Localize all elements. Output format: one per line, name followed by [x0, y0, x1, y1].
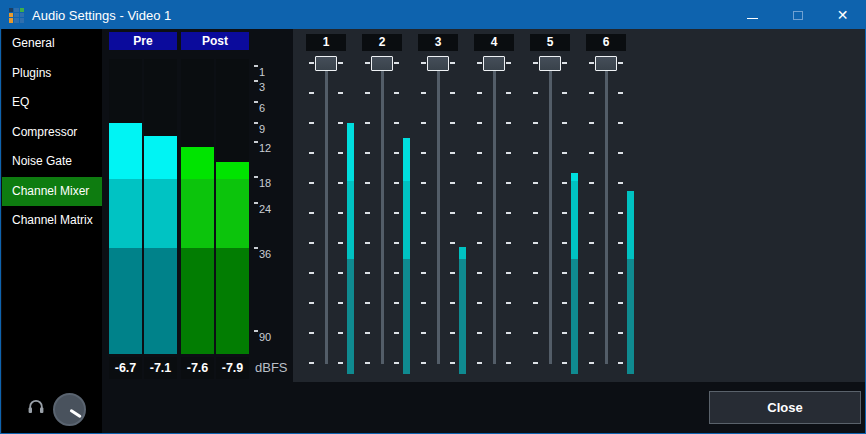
channel-1-fader-track[interactable]: [325, 59, 328, 364]
fader-tick-left: [533, 152, 538, 154]
channel-6-header: 6: [586, 34, 626, 51]
channel-5-fader-track[interactable]: [549, 59, 552, 364]
channel-2-level-meter-segment-1: [403, 181, 410, 259]
sidebar-item-channel-mixer[interactable]: Channel Mixer: [2, 177, 102, 207]
fader-tick-right: [338, 362, 343, 364]
fader-tick-left: [477, 362, 482, 364]
sidebar-item-plugins[interactable]: Plugins: [2, 59, 102, 89]
minimize-button[interactable]: [730, 1, 775, 29]
fader-tick-left: [533, 272, 538, 274]
scale-tick-mark-90: [254, 330, 258, 332]
fader-tick-left: [477, 152, 482, 154]
pre-meter-bar-0-segment-0: [109, 123, 142, 179]
fader-tick-left: [589, 362, 594, 364]
fader-tick-right: [618, 242, 623, 244]
meter-value-3: -7.9: [216, 357, 249, 379]
channel-2-level-meter-segment-0: [403, 138, 410, 181]
fader-tick-left: [365, 242, 370, 244]
fader-tick-right: [450, 62, 455, 64]
post-meter-header: Post: [181, 32, 249, 50]
fader-tick-left: [533, 302, 538, 304]
post-meter-bar-3-segment-2: [216, 248, 249, 354]
fader-tick-right: [562, 302, 567, 304]
scale-tick-label-36: 36: [259, 247, 281, 261]
post-meter-bar-3-segment-0: [216, 162, 249, 179]
sidebar-item-noise-gate[interactable]: Noise Gate: [2, 147, 102, 177]
fader-tick-right: [338, 332, 343, 334]
sidebar-item-compressor[interactable]: Compressor: [2, 118, 102, 148]
fader-tick-right: [394, 152, 399, 154]
fader-tick-left: [309, 62, 314, 64]
fader-tick-right: [618, 182, 623, 184]
scale-tick-mark-6: [254, 101, 258, 103]
sidebar-item-eq[interactable]: EQ: [2, 88, 102, 118]
fader-tick-right: [450, 182, 455, 184]
fader-tick-left: [589, 92, 594, 94]
pre-meter-bar-1-segment-1: [144, 179, 177, 248]
fader-tick-left: [477, 332, 482, 334]
sidebar-item-general[interactable]: General: [2, 29, 102, 59]
fader-tick-right: [506, 212, 511, 214]
app-logo-icon: [9, 8, 24, 23]
fader-tick-right: [450, 122, 455, 124]
fader-tick-right: [618, 122, 623, 124]
channel-3-fader-track[interactable]: [437, 59, 440, 364]
channel-4-fader-track[interactable]: [493, 59, 496, 364]
scale-tick-mark-1: [254, 65, 258, 67]
logo-square-1: [14, 8, 18, 12]
channel-1-fader-handle[interactable]: [315, 56, 337, 71]
fader-tick-right: [562, 212, 567, 214]
fader-tick-left: [421, 332, 426, 334]
fader-tick-right: [506, 92, 511, 94]
fader-tick-left: [533, 212, 538, 214]
headphones-icon[interactable]: [27, 398, 45, 415]
fader-tick-left: [365, 62, 370, 64]
scale-tick-mark-12: [254, 141, 258, 143]
post-meter-bar-2-segment-2: [181, 248, 214, 354]
fader-tick-left: [365, 272, 370, 274]
fader-tick-right: [338, 62, 343, 64]
audio-settings-window: Audio Settings - Video 1 ✕ GeneralPlugin…: [0, 0, 866, 434]
titlebar[interactable]: Audio Settings - Video 1 ✕: [1, 1, 865, 29]
fader-tick-left: [477, 122, 482, 124]
logo-square-0: [9, 8, 13, 12]
fader-tick-right: [394, 362, 399, 364]
channel-5-level-meter-segment-0: [571, 173, 578, 181]
channel-3-fader-handle[interactable]: [427, 56, 449, 71]
scale-tick-label-9: 9: [259, 122, 281, 136]
fader-tick-right: [506, 152, 511, 154]
fader-tick-left: [533, 62, 538, 64]
close-window-button[interactable]: ✕: [820, 1, 865, 29]
fader-tick-right: [618, 332, 623, 334]
headphone-volume-knob[interactable]: [53, 393, 86, 426]
fader-tick-right: [618, 92, 623, 94]
channel-5-fader-handle[interactable]: [539, 56, 561, 71]
fader-tick-left: [365, 332, 370, 334]
fader-tick-right: [394, 272, 399, 274]
fader-tick-right: [618, 212, 623, 214]
fader-tick-right: [450, 272, 455, 274]
fader-tick-right: [450, 242, 455, 244]
channel-2-fader-handle[interactable]: [371, 56, 393, 71]
close-button[interactable]: Close: [709, 391, 861, 424]
fader-tick-right: [338, 152, 343, 154]
fader-tick-left: [589, 272, 594, 274]
channel-6-fader-track[interactable]: [605, 59, 608, 364]
channel-6-fader-handle[interactable]: [595, 56, 617, 71]
fader-tick-left: [309, 362, 314, 364]
sidebar-item-channel-matrix[interactable]: Channel Matrix: [2, 206, 102, 236]
fader-tick-left: [309, 332, 314, 334]
fader-tick-left: [589, 242, 594, 244]
channel-2-header: 2: [362, 34, 402, 51]
channel-4-fader-handle[interactable]: [483, 56, 505, 71]
fader-tick-right: [338, 182, 343, 184]
channel-6-level-meter-segment-1: [627, 191, 634, 259]
fader-tick-right: [506, 362, 511, 364]
scale-tick-label-6: 6: [259, 101, 281, 115]
fader-tick-left: [421, 152, 426, 154]
fader-tick-right: [450, 212, 455, 214]
fader-tick-left: [421, 242, 426, 244]
channel-2-fader-track[interactable]: [381, 59, 384, 364]
fader-tick-left: [589, 122, 594, 124]
post-meter-bar-2-segment-1: [181, 179, 214, 248]
